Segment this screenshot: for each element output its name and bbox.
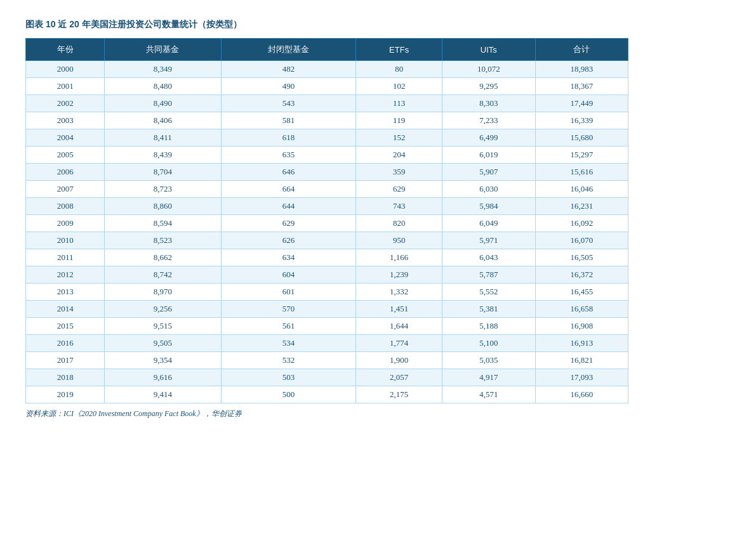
table-cell-7-5: 16,046 (535, 181, 628, 198)
data-table: 年份共同基金封闭型基金ETFsUITs合计 20008,3494828010,0… (25, 38, 628, 403)
table-cell-10-0: 2010 (26, 232, 105, 249)
table-cell-3-5: 16,339 (535, 112, 628, 129)
table-row: 20038,4065811197,23316,339 (26, 112, 628, 129)
table-cell-19-1: 9,414 (105, 386, 221, 403)
table-cell-12-1: 8,742 (105, 266, 221, 284)
header-cell-2: 封闭型基金 (221, 39, 356, 61)
table-cell-10-4: 5,971 (442, 232, 535, 249)
table-cell-12-4: 5,787 (442, 266, 535, 284)
table-cell-13-4: 5,552 (442, 284, 535, 301)
table-cell-3-3: 119 (356, 112, 442, 129)
table-cell-2-3: 113 (356, 95, 442, 112)
table-cell-13-5: 16,455 (535, 284, 628, 301)
table-cell-18-0: 2018 (26, 369, 105, 386)
table-cell-8-4: 5,984 (442, 198, 535, 215)
table-cell-14-1: 9,256 (105, 301, 221, 318)
table-cell-13-2: 601 (221, 284, 356, 301)
table-cell-17-0: 2017 (26, 352, 105, 369)
table-cell-18-4: 4,917 (442, 369, 535, 386)
table-row: 20028,4905431138,30317,449 (26, 95, 628, 112)
table-cell-12-3: 1,239 (356, 266, 442, 284)
table-row: 20108,5236269505,97116,070 (26, 232, 628, 249)
table-cell-4-1: 8,411 (105, 129, 221, 147)
table-body: 20008,3494828010,07218,98320018,48049010… (26, 61, 628, 403)
table-cell-5-4: 6,019 (442, 147, 535, 164)
table-cell-5-1: 8,439 (105, 147, 221, 164)
table-cell-11-2: 634 (221, 249, 356, 266)
table-row: 20189,6165032,0574,91717,093 (26, 369, 628, 386)
table-cell-0-2: 482 (221, 61, 356, 78)
table-cell-4-3: 152 (356, 129, 442, 147)
table-cell-8-5: 16,231 (535, 198, 628, 215)
table-cell-4-5: 15,680 (535, 129, 628, 147)
table-cell-14-5: 16,658 (535, 301, 628, 318)
table-cell-17-2: 532 (221, 352, 356, 369)
table-cell-15-4: 5,188 (442, 318, 535, 335)
table-row: 20008,3494828010,07218,983 (26, 61, 628, 78)
table-cell-16-0: 2016 (26, 335, 105, 352)
table-cell-14-4: 5,381 (442, 301, 535, 318)
table-row: 20179,3545321,9005,03516,821 (26, 352, 628, 369)
table-cell-16-4: 5,100 (442, 335, 535, 352)
table-cell-15-3: 1,644 (356, 318, 442, 335)
table-cell-9-2: 629 (221, 215, 356, 232)
table-cell-10-1: 8,523 (105, 232, 221, 249)
table-cell-0-3: 80 (356, 61, 442, 78)
table-cell-16-3: 1,774 (356, 335, 442, 352)
table-cell-9-1: 8,594 (105, 215, 221, 232)
table-cell-2-2: 543 (221, 95, 356, 112)
table-cell-18-3: 2,057 (356, 369, 442, 386)
table-row: 20199,4145002,1754,57116,660 (26, 386, 628, 403)
table-cell-16-2: 534 (221, 335, 356, 352)
table-cell-5-5: 15,297 (535, 147, 628, 164)
table-cell-19-4: 4,571 (442, 386, 535, 403)
table-cell-4-2: 618 (221, 129, 356, 147)
table-cell-8-0: 2008 (26, 198, 105, 215)
table-cell-1-0: 2001 (26, 78, 105, 95)
table-cell-18-1: 9,616 (105, 369, 221, 386)
table-cell-9-5: 16,092 (535, 215, 628, 232)
table-cell-9-4: 6,049 (442, 215, 535, 232)
table-cell-4-0: 2004 (26, 129, 105, 147)
table-cell-10-2: 626 (221, 232, 356, 249)
table-cell-8-2: 644 (221, 198, 356, 215)
table-row: 20098,5946298206,04916,092 (26, 215, 628, 232)
table-cell-14-2: 570 (221, 301, 356, 318)
table-cell-2-1: 8,490 (105, 95, 221, 112)
table-cell-17-3: 1,900 (356, 352, 442, 369)
table-cell-15-1: 9,515 (105, 318, 221, 335)
table-cell-6-5: 15,616 (535, 164, 628, 181)
table-cell-7-2: 664 (221, 181, 356, 198)
table-row: 20128,7426041,2395,78716,372 (26, 266, 628, 284)
table-cell-19-0: 2019 (26, 386, 105, 403)
table-row: 20149,2565701,4515,38116,658 (26, 301, 628, 318)
table-cell-0-4: 10,072 (442, 61, 535, 78)
table-cell-15-2: 561 (221, 318, 356, 335)
table-cell-18-5: 17,093 (535, 369, 628, 386)
header-cell-1: 共同基金 (105, 39, 221, 61)
table-cell-3-4: 7,233 (442, 112, 535, 129)
table-cell-6-0: 2006 (26, 164, 105, 181)
table-cell-3-0: 2003 (26, 112, 105, 129)
table-cell-1-4: 9,295 (442, 78, 535, 95)
chart-title: 图表 10 近 20 年美国注册投资公司数量统计（按类型） (25, 19, 731, 30)
table-row: 20138,9706011,3325,55216,455 (26, 284, 628, 301)
table-cell-0-0: 2000 (26, 61, 105, 78)
table-cell-0-5: 18,983 (535, 61, 628, 78)
table-cell-14-3: 1,451 (356, 301, 442, 318)
table-cell-17-1: 9,354 (105, 352, 221, 369)
table-cell-15-0: 2015 (26, 318, 105, 335)
table-cell-9-3: 820 (356, 215, 442, 232)
table-cell-6-2: 646 (221, 164, 356, 181)
table-cell-11-5: 16,505 (535, 249, 628, 266)
table-cell-16-5: 16,913 (535, 335, 628, 352)
table-cell-17-4: 5,035 (442, 352, 535, 369)
table-cell-5-2: 635 (221, 147, 356, 164)
header-cell-4: UITs (442, 39, 535, 61)
table-cell-3-2: 581 (221, 112, 356, 129)
table-cell-11-0: 2011 (26, 249, 105, 266)
table-cell-6-1: 8,704 (105, 164, 221, 181)
table-cell-19-3: 2,175 (356, 386, 442, 403)
table-cell-19-2: 500 (221, 386, 356, 403)
table-row: 20118,6626341,1666,04316,505 (26, 249, 628, 266)
